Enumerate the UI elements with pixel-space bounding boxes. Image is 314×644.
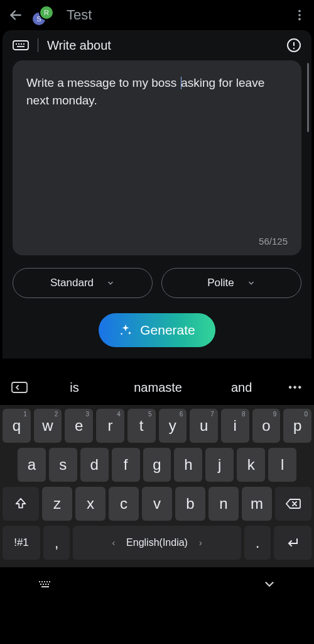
svg-rect-3	[13, 41, 28, 50]
period-key[interactable]: .	[244, 526, 271, 560]
key-v[interactable]: v	[142, 487, 172, 521]
key-p[interactable]: p0	[283, 409, 311, 443]
svg-rect-12	[12, 382, 27, 392]
info-icon[interactable]	[286, 38, 301, 53]
keyboard: q1w2e3r4t5y6u7i8o9p0 asdfghjkl zxcvbnm !…	[0, 405, 314, 567]
keyboard-icon[interactable]	[13, 39, 29, 52]
chevron-down-icon	[247, 279, 256, 287]
key-i[interactable]: i8	[221, 409, 249, 443]
svg-point-0	[298, 10, 301, 13]
chat-title: Test	[67, 7, 92, 23]
svg-rect-19	[43, 584, 44, 585]
spacebar-key[interactable]: ‹ English(India) ›	[73, 526, 241, 560]
suggestion-back-button[interactable]	[6, 380, 33, 394]
key-g[interactable]: g	[143, 448, 171, 482]
suggestion-word[interactable]: is	[33, 380, 116, 395]
key-h[interactable]: h	[174, 448, 202, 482]
space-label: English(India)	[126, 537, 188, 548]
svg-rect-14	[41, 581, 43, 582]
key-z[interactable]: z	[42, 487, 72, 521]
key-m[interactable]: m	[242, 487, 272, 521]
collapse-keyboard-button[interactable]	[263, 577, 276, 591]
svg-rect-20	[45, 584, 46, 585]
key-q[interactable]: q1	[3, 409, 31, 443]
suggestion-word[interactable]: and	[200, 380, 283, 395]
prompt-input[interactable]: Write a message to my boss asking for le…	[13, 60, 301, 255]
backspace-key[interactable]	[275, 487, 311, 521]
chevron-right-icon: ›	[199, 538, 202, 548]
svg-rect-15	[44, 581, 45, 582]
svg-rect-17	[49, 581, 50, 582]
key-e[interactable]: e3	[65, 409, 93, 443]
chevron-down-icon	[106, 279, 115, 287]
overflow-menu-button[interactable]	[293, 8, 306, 22]
key-s[interactable]: s	[49, 448, 77, 482]
svg-rect-13	[39, 581, 40, 582]
prompt-text: Write a message to my boss asking for le…	[26, 74, 288, 109]
key-x[interactable]: x	[75, 487, 106, 521]
divider	[38, 38, 38, 52]
back-button[interactable]	[8, 7, 24, 23]
keyboard-toggle-icon[interactable]	[38, 579, 53, 590]
chevron-left-icon: ‹	[112, 538, 115, 548]
key-r[interactable]: r4	[96, 409, 124, 443]
panel-title: Write about	[47, 38, 111, 53]
generate-button[interactable]: Generate	[99, 313, 215, 347]
svg-rect-22	[41, 586, 49, 587]
contact-avatar[interactable]: R S	[31, 5, 59, 25]
enter-key[interactable]	[274, 526, 311, 560]
key-k[interactable]: k	[237, 448, 265, 482]
tone-label: Polite	[207, 277, 234, 289]
key-l[interactable]: l	[268, 448, 296, 482]
tone-dropdown[interactable]: Polite	[161, 268, 301, 298]
key-a[interactable]: a	[18, 448, 46, 482]
key-t[interactable]: t5	[127, 409, 156, 443]
more-suggestions-button[interactable]: •••	[283, 382, 308, 393]
svg-rect-16	[46, 581, 48, 582]
char-counter: 56/125	[259, 236, 288, 247]
key-y[interactable]: y6	[159, 409, 187, 443]
key-w[interactable]: w2	[34, 409, 62, 443]
key-j[interactable]: j	[205, 448, 234, 482]
svg-rect-21	[48, 584, 49, 585]
key-o[interactable]: o9	[252, 409, 281, 443]
key-u[interactable]: u7	[190, 409, 218, 443]
key-f[interactable]: f	[112, 448, 140, 482]
key-d[interactable]: d	[80, 448, 109, 482]
key-n[interactable]: n	[208, 487, 239, 521]
key-b[interactable]: b	[175, 487, 205, 521]
style-label: Standard	[50, 277, 94, 289]
comma-key[interactable]: ,	[43, 526, 70, 560]
svg-point-2	[298, 18, 301, 21]
svg-point-1	[298, 14, 301, 16]
sparkle-icon	[119, 323, 133, 337]
key-c[interactable]: c	[109, 487, 139, 521]
generate-label: Generate	[140, 323, 195, 338]
scrollbar[interactable]	[307, 63, 309, 132]
symbols-key[interactable]: !#1	[3, 526, 40, 560]
suggestion-word[interactable]: namaste	[116, 380, 200, 395]
style-dropdown[interactable]: Standard	[13, 268, 153, 298]
svg-rect-18	[40, 584, 41, 585]
svg-point-11	[293, 48, 295, 49]
shift-key[interactable]	[3, 487, 39, 521]
avatar-icon: R	[39, 5, 54, 20]
